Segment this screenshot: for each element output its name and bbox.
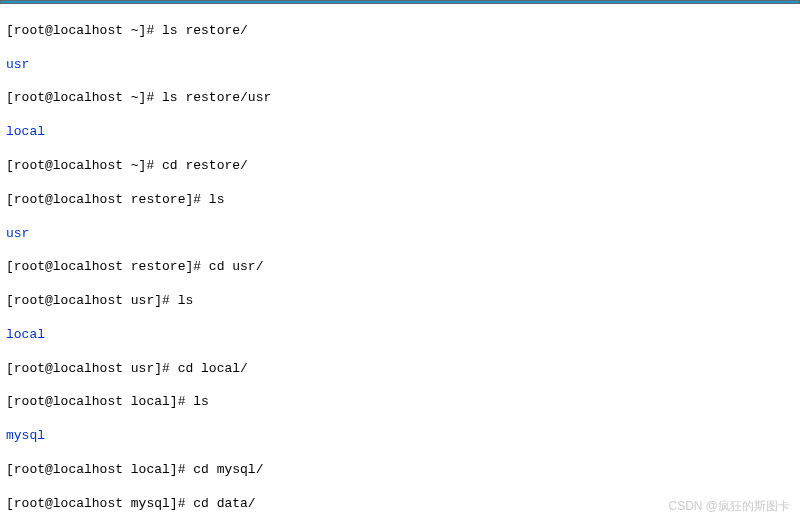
watermark-text: CSDN @疯狂的斯图卡 bbox=[668, 499, 790, 515]
prompt-line: [root@localhost ~]# cd restore/ bbox=[6, 158, 794, 175]
prompt-line: [root@localhost ~]# ls restore/ bbox=[6, 23, 794, 40]
prompt-line: [root@localhost restore]# ls bbox=[6, 192, 794, 209]
prompt-line: [root@localhost usr]# cd local/ bbox=[6, 361, 794, 378]
prompt-line: [root@localhost local]# ls bbox=[6, 394, 794, 411]
prompt-line: [root@localhost restore]# cd usr/ bbox=[6, 259, 794, 276]
terminal-output: [root@localhost ~]# ls restore/ usr [roo… bbox=[0, 4, 800, 523]
prompt-line: [root@localhost usr]# ls bbox=[6, 293, 794, 310]
dir-output: local bbox=[6, 124, 794, 141]
dir-output: usr bbox=[6, 57, 794, 74]
dir-output: mysql bbox=[6, 428, 794, 445]
prompt-line: [root@localhost ~]# ls restore/usr bbox=[6, 90, 794, 107]
prompt-line: [root@localhost local]# cd mysql/ bbox=[6, 462, 794, 479]
dir-output: local bbox=[6, 327, 794, 344]
dir-output: usr bbox=[6, 226, 794, 243]
